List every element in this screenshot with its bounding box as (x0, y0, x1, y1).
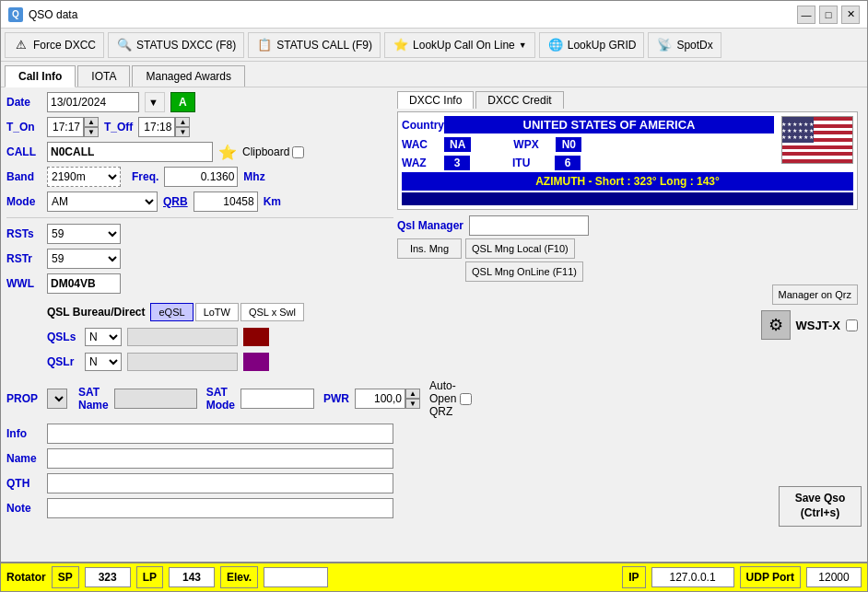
t-on-down-button[interactable]: ▼ (84, 127, 99, 137)
qth-row: QTH (6, 472, 393, 494)
status-call-button[interactable]: 📋 STATUS CALL (F9) (248, 32, 381, 58)
note-input[interactable] (47, 498, 393, 518)
dxcc-credit-tab[interactable]: DXCC Credit (475, 91, 563, 109)
band-select[interactable]: 2190m (47, 167, 121, 187)
ip-value-input[interactable] (651, 567, 734, 587)
qslr-color-indicator (243, 353, 269, 371)
prop-row: PROP SAT Name SAT Mode PWR ▲ ▼ Auto (6, 379, 393, 418)
t-off-spinner-btns: ▲ ▼ (175, 117, 190, 137)
freq-input[interactable] (164, 167, 238, 187)
tab-managed-awards[interactable]: Managed Awards (132, 65, 245, 87)
globe-icon: 🌐 (547, 37, 564, 53)
call-input[interactable] (47, 142, 213, 162)
elev-value-input[interactable] (264, 567, 328, 587)
title-bar-left: Q QSO data (8, 7, 77, 22)
sat-mode-input[interactable] (240, 389, 314, 409)
wwl-input[interactable] (47, 273, 121, 294)
info-input[interactable] (47, 424, 393, 444)
lookup-call-online-button[interactable]: ⭐ LookUp Call On Line ▼ (384, 32, 535, 58)
t-off-up-button[interactable]: ▲ (175, 117, 190, 127)
sat-name-input[interactable] (114, 389, 197, 409)
lookup-grid-button[interactable]: 🌐 LookUp GRID (539, 32, 645, 58)
star-button[interactable]: ⭐ (218, 144, 237, 161)
wac-value: NA (444, 137, 471, 152)
gear-icon-button[interactable]: ⚙ (761, 310, 791, 340)
stripe-13 (782, 159, 852, 163)
km-label: Km (264, 195, 281, 208)
t-on-input[interactable] (47, 117, 84, 137)
band-freq-row: Band 2190m Freq. Mhz (6, 166, 393, 188)
qsl-manager-input[interactable] (469, 215, 589, 236)
status-dxcc-icon: 🔍 (116, 37, 133, 53)
rsts-select[interactable]: 59 (47, 224, 121, 244)
wsjt-label: WSJT-X (796, 319, 840, 332)
wsjt-checkbox[interactable] (846, 319, 858, 331)
qsls-label: QSLs (47, 331, 79, 343)
title-bar: Q QSO data — □ ✕ (1, 1, 867, 29)
waz-value: 3 (444, 156, 470, 170)
tab-call-info[interactable]: Call Info (5, 65, 76, 87)
qth-label: QTH (6, 477, 41, 490)
qsls-progress-fill (128, 329, 194, 345)
t-off-down-button[interactable]: ▼ (175, 127, 190, 137)
status-dxcc-button[interactable]: 🔍 STATUS DXCC (F8) (108, 32, 244, 58)
main-window: Q QSO data — □ ✕ ⚠ Force DXCC 🔍 STATUS D… (0, 0, 868, 592)
waz-label: WAZ (402, 157, 437, 169)
lp-value-input[interactable] (169, 567, 215, 587)
spot-dx-button[interactable]: 📡 SpotDx (648, 32, 721, 58)
mode-select[interactable]: AM (47, 192, 158, 212)
ins-mng-button[interactable]: Ins. Mng (397, 238, 462, 259)
rstr-select[interactable]: 59 (47, 249, 121, 269)
qsl-swl-tab-button[interactable]: QSL x Swl (240, 303, 304, 321)
pwr-down-button[interactable]: ▼ (405, 399, 420, 409)
dxcc-info-tab[interactable]: DXCC Info (397, 91, 474, 109)
auto-open-qrz-checkbox[interactable] (460, 393, 472, 405)
qsl-mng-local-button[interactable]: QSL Mng Local (F10) (465, 238, 575, 259)
lotw-tab-button[interactable]: LoTW (195, 303, 239, 321)
date-label: Date (6, 96, 41, 109)
udp-port-input[interactable] (806, 567, 862, 587)
close-button[interactable]: ✕ (841, 6, 860, 24)
qth-input[interactable] (47, 473, 393, 493)
force-dxcc-button[interactable]: ⚠ Force DXCC (5, 32, 104, 58)
tab-bar: Call Info IOTA Managed Awards (1, 62, 867, 87)
a-button[interactable]: A (170, 92, 195, 112)
qrb-link[interactable]: QRB (163, 195, 188, 208)
date-input[interactable] (47, 92, 139, 112)
prop-select[interactable] (47, 389, 67, 409)
rotator-label: Rotator (6, 571, 46, 584)
qsls-progress-bar (127, 328, 238, 346)
t-on-up-button[interactable]: ▲ (84, 117, 99, 127)
date-picker-button[interactable]: ▼ (145, 92, 165, 112)
manager-qrz-row: Manager on Qrz (397, 284, 858, 305)
tab-iota[interactable]: IOTA (77, 65, 130, 87)
info-row: Info (6, 423, 393, 445)
pwr-input[interactable] (355, 389, 405, 409)
qslr-progress-bar (127, 353, 238, 371)
clipboard-label: Clipboard (242, 145, 289, 158)
t-on-spinner: ▲ ▼ (47, 117, 99, 137)
save-qso-button[interactable]: Save Qso(Ctrl+s) (779, 486, 862, 527)
sp-value-input[interactable] (85, 567, 131, 587)
minimize-button[interactable]: — (797, 6, 815, 24)
eqsl-tab-button[interactable]: eQSL (150, 303, 193, 321)
call-row: CALL ⭐ Clipboard (6, 141, 393, 163)
wpx-value: N0 (556, 137, 581, 152)
ip-label-box: IP (622, 566, 645, 588)
wwl-label: WWL (6, 277, 41, 290)
qsls-select[interactable]: N (85, 328, 122, 346)
save-qso-label: Save Qso(Ctrl+s) (795, 492, 846, 520)
qsl-mng-online-button[interactable]: QSL Mng OnLine (F11) (465, 261, 583, 282)
pwr-up-button[interactable]: ▲ (405, 389, 420, 399)
rsts-label: RSTs (6, 227, 41, 240)
t-off-input[interactable] (138, 117, 175, 137)
mhz-label: Mhz (243, 170, 264, 183)
country-label: Country (402, 119, 437, 132)
propagation-bar (402, 192, 853, 205)
maximize-button[interactable]: □ (819, 6, 838, 24)
name-input[interactable] (47, 448, 393, 469)
qrb-input[interactable] (194, 192, 258, 212)
clipboard-checkbox[interactable] (292, 146, 304, 158)
manager-on-qrz-button[interactable]: Manager on Qrz (772, 284, 858, 305)
qslr-select[interactable]: N (85, 353, 122, 371)
